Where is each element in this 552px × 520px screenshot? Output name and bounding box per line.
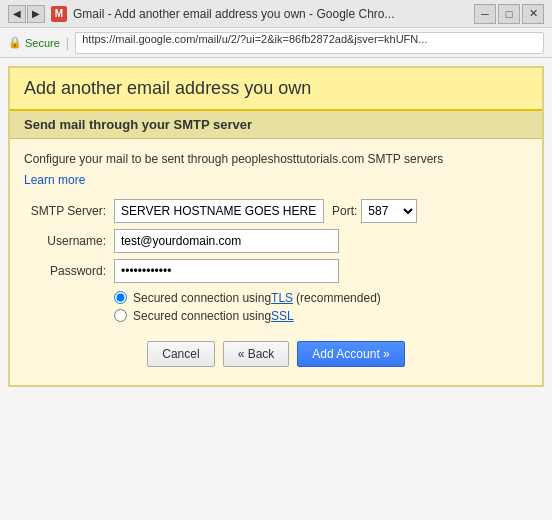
back-button[interactable]: « Back xyxy=(223,341,290,367)
dialog-container: Add another email address you own Send m… xyxy=(8,66,544,387)
title-bar: ◀ ▶ M Gmail - Add another email address … xyxy=(0,0,552,28)
port-label: Port: xyxy=(332,204,357,218)
close-button[interactable]: ✕ xyxy=(522,4,544,24)
username-label: Username: xyxy=(24,234,114,248)
port-select[interactable]: 587 465 25 xyxy=(361,199,417,223)
window-controls[interactable]: ─ □ ✕ xyxy=(474,4,544,24)
url-bar[interactable]: https://mail.google.com/mail/u/2/?ui=2&i… xyxy=(75,32,544,54)
ssl-radio-row: Secured connection using SSL xyxy=(114,309,528,323)
url-separator: | xyxy=(66,35,69,50)
form-area: SMTP Server: Port: 587 465 25 Username: … xyxy=(24,199,528,367)
smtp-input[interactable] xyxy=(114,199,324,223)
tls-link[interactable]: TLS xyxy=(271,291,293,305)
tls-radio[interactable] xyxy=(114,291,127,304)
tls-recommended-text: (recommended) xyxy=(296,291,381,305)
button-row: Cancel « Back Add Account » xyxy=(24,341,528,367)
address-bar: 🔒 Secure | https://mail.google.com/mail/… xyxy=(0,28,552,58)
scroll-right-button[interactable]: ▶ xyxy=(27,5,45,23)
cancel-button[interactable]: Cancel xyxy=(147,341,214,367)
restore-button[interactable]: □ xyxy=(498,4,520,24)
info-text: Configure your mail to be sent through p… xyxy=(24,151,528,168)
tab-scroll-arrows[interactable]: ◀ ▶ xyxy=(8,5,45,23)
dialog-body: Configure your mail to be sent through p… xyxy=(10,139,542,385)
add-account-button[interactable]: Add Account » xyxy=(297,341,404,367)
ssl-radio[interactable] xyxy=(114,309,127,322)
smtp-label: SMTP Server: xyxy=(24,204,114,218)
ssl-label-pre: Secured connection using xyxy=(133,309,271,323)
smtp-row: SMTP Server: Port: 587 465 25 xyxy=(24,199,528,223)
learn-more-link[interactable]: Learn more xyxy=(24,173,85,187)
password-label: Password: xyxy=(24,264,114,278)
window-title: Gmail - Add another email address you ow… xyxy=(73,7,474,21)
lock-icon: 🔒 xyxy=(8,36,22,49)
dialog-title: Add another email address you own xyxy=(10,68,542,111)
password-row: Password: xyxy=(24,259,528,283)
minimize-button[interactable]: ─ xyxy=(474,4,496,24)
tls-label-pre: Secured connection using xyxy=(133,291,271,305)
password-input[interactable] xyxy=(114,259,339,283)
username-row: Username: xyxy=(24,229,528,253)
scroll-left-button[interactable]: ◀ xyxy=(8,5,26,23)
secure-label: Secure xyxy=(25,37,60,49)
secure-badge: 🔒 Secure xyxy=(8,36,60,49)
radio-section: Secured connection using TLS (recommende… xyxy=(114,291,528,323)
ssl-link[interactable]: SSL xyxy=(271,309,294,323)
username-input[interactable] xyxy=(114,229,339,253)
tls-radio-row: Secured connection using TLS (recommende… xyxy=(114,291,528,305)
favicon: M xyxy=(51,6,67,22)
section-header: Send mail through your SMTP server xyxy=(10,111,542,139)
